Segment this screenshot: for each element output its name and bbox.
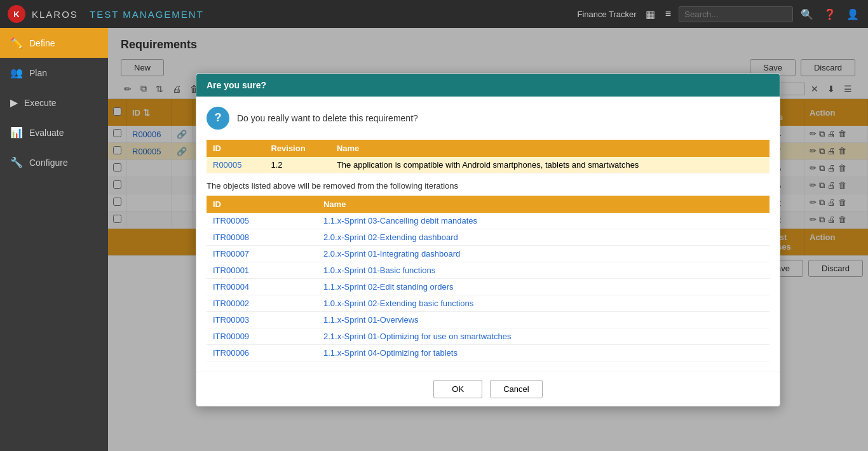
define-icon: ✏️ bbox=[10, 37, 23, 49]
dialog-overlay: Are you sure? ? Do you really want to de… bbox=[108, 28, 868, 451]
sidebar: ✏️ Define 👥 Plan ▶ Execute 📊 Evaluate 🔧 … bbox=[0, 28, 108, 451]
iteration-row: ITR00001 1.0.x-Sprint 01-Basic functions bbox=[207, 262, 770, 278]
iterations-note: The objects listed above will be removed… bbox=[207, 181, 770, 191]
brand: K KLAROS TEST MANAGEMENT bbox=[6, 4, 204, 24]
sidebar-item-execute[interactable]: ▶ Execute bbox=[0, 88, 108, 118]
dialog-inner-row: R00005 1.2 The application is compatible… bbox=[207, 157, 770, 173]
app-title: KLAROS TEST MANAGEMENT bbox=[32, 9, 204, 20]
iterations-table: ID Name ITR00005 1.1.x-Sprint 03-Cancell… bbox=[207, 196, 770, 361]
execute-icon: ▶ bbox=[10, 97, 18, 109]
dth-name: Name bbox=[330, 140, 770, 157]
svg-text:K: K bbox=[13, 10, 20, 19]
dialog-row-revision: 1.2 bbox=[264, 157, 330, 173]
iteration-row: ITR00007 2.0.x-Sprint 01-Integrating das… bbox=[207, 245, 770, 262]
sidebar-item-evaluate[interactable]: 📊 Evaluate bbox=[0, 118, 108, 147]
sidebar-item-plan[interactable]: 👥 Plan bbox=[0, 58, 108, 88]
evaluate-icon: 📊 bbox=[10, 126, 23, 138]
sidebar-item-execute-label: Execute bbox=[24, 98, 57, 108]
iter-name: 1.1.x-Sprint 04-Optimizing for tablets bbox=[317, 344, 770, 361]
app-logo: K bbox=[6, 4, 27, 24]
iter-id: ITR00009 bbox=[207, 328, 317, 344]
iteration-row: ITR00005 1.1.x-Sprint 03-Cancelling debi… bbox=[207, 213, 770, 229]
configure-icon: 🔧 bbox=[10, 156, 23, 168]
dialog-header: Are you sure? bbox=[196, 74, 780, 97]
dialog-inner-table-section: ID Revision Name R00005 1.2 The applicat… bbox=[207, 140, 770, 173]
iter-name: 2.0.x-Sprint 02-Extending dashboard bbox=[317, 229, 770, 245]
app-name-klaros: KLAROS bbox=[32, 9, 78, 20]
iteration-row: ITR00006 1.1.x-Sprint 04-Optimizing for … bbox=[207, 344, 770, 361]
iter-id: ITR00005 bbox=[207, 213, 317, 229]
iter-id: ITR00003 bbox=[207, 311, 317, 328]
dialog-body: ? Do you really want to delete this requ… bbox=[196, 97, 780, 372]
iter-id: ITR00001 bbox=[207, 262, 317, 278]
dialog-question-text: Do you really want to delete this requir… bbox=[237, 113, 418, 123]
sidebar-item-define-label: Define bbox=[29, 38, 55, 48]
dialog-inner-table: ID Revision Name R00005 1.2 The applicat… bbox=[207, 140, 770, 173]
app-name-tm: TEST MANAGEMENT bbox=[90, 9, 204, 20]
dialog-footer: OK Cancel bbox=[196, 372, 780, 406]
iter-id: ITR00006 bbox=[207, 344, 317, 361]
list-icon[interactable]: ≡ bbox=[663, 6, 674, 22]
iter-name: 1.0.x-Sprint 01-Basic functions bbox=[317, 262, 770, 278]
plan-icon: 👥 bbox=[10, 67, 23, 79]
iter-id: ITR00008 bbox=[207, 229, 317, 245]
iter-id: ITR00007 bbox=[207, 245, 317, 262]
iter-name: 1.1.x-Sprint 03-Cancelling debit mandate… bbox=[317, 213, 770, 229]
iter-name: 1.0.x-Sprint 02-Extending basic function… bbox=[317, 295, 770, 311]
iteration-row: ITR00004 1.1.x-Sprint 02-Edit standing o… bbox=[207, 278, 770, 295]
sidebar-item-configure-label: Configure bbox=[29, 158, 68, 168]
iter-name: 2.1.x-Sprint 01-Optimizing for use on sm… bbox=[317, 328, 770, 344]
confirm-dialog: Are you sure? ? Do you really want to de… bbox=[196, 73, 780, 407]
iter-id: ITR00002 bbox=[207, 295, 317, 311]
ith-name: Name bbox=[317, 196, 770, 213]
iter-name: 2.0.x-Sprint 01-Integrating dashboard bbox=[317, 245, 770, 262]
dialog-row-name: The application is compatible with Andro… bbox=[330, 157, 770, 173]
sidebar-item-plan-label: Plan bbox=[29, 68, 47, 78]
iter-name: 1.1.x-Sprint 01-Overviews bbox=[317, 311, 770, 328]
global-search-input[interactable] bbox=[679, 6, 793, 22]
sidebar-item-configure[interactable]: 🔧 Configure bbox=[0, 147, 108, 177]
iteration-row: ITR00009 2.1.x-Sprint 01-Optimizing for … bbox=[207, 328, 770, 344]
navbar-icons: ▦ ≡ 🔍 ❓ 👤 bbox=[643, 6, 862, 23]
dialog-question: ? Do you really want to delete this requ… bbox=[207, 107, 770, 130]
cancel-button[interactable]: Cancel bbox=[490, 380, 542, 398]
help-icon[interactable]: ❓ bbox=[821, 6, 839, 23]
search-icon[interactable]: 🔍 bbox=[798, 6, 816, 23]
dth-revision: Revision bbox=[264, 140, 330, 157]
grid-icon[interactable]: ▦ bbox=[643, 6, 658, 23]
iter-id: ITR00004 bbox=[207, 278, 317, 295]
user-icon[interactable]: 👤 bbox=[844, 6, 862, 23]
iter-name: 1.1.x-Sprint 02-Edit standing orders bbox=[317, 278, 770, 295]
question-icon: ? bbox=[207, 107, 229, 130]
project-name: Finance Tracker bbox=[577, 10, 636, 19]
dth-id: ID bbox=[207, 140, 264, 157]
ok-button[interactable]: OK bbox=[433, 380, 482, 398]
dialog-row-id: R00005 bbox=[207, 157, 264, 173]
iteration-row: ITR00002 1.0.x-Sprint 02-Extending basic… bbox=[207, 295, 770, 311]
navbar: K KLAROS TEST MANAGEMENT Finance Tracker… bbox=[0, 0, 868, 28]
iteration-row: ITR00003 1.1.x-Sprint 01-Overviews bbox=[207, 311, 770, 328]
ith-id: ID bbox=[207, 196, 317, 213]
sidebar-item-define[interactable]: ✏️ Define bbox=[0, 28, 108, 58]
iteration-row: ITR00008 2.0.x-Sprint 02-Extending dashb… bbox=[207, 229, 770, 245]
sidebar-item-evaluate-label: Evaluate bbox=[29, 128, 64, 138]
